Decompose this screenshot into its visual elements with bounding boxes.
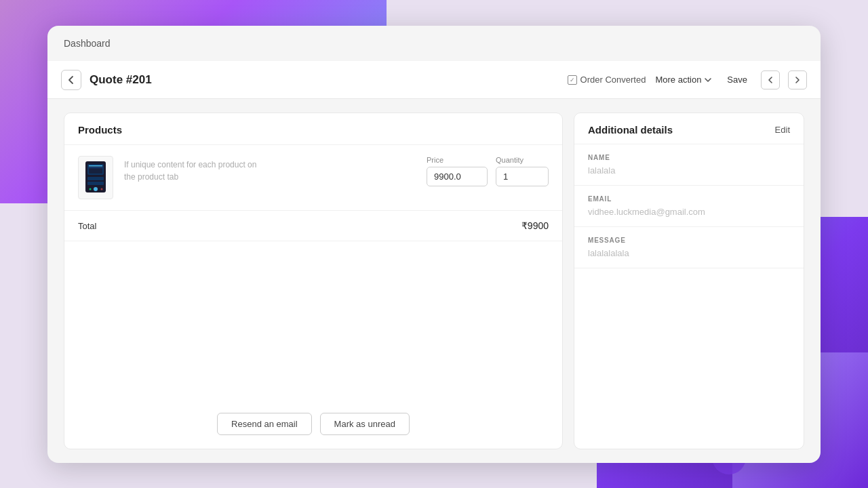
quote-title: Quote #201 [90,73,568,87]
product-image [78,156,113,199]
order-converted-status: Order Converted [568,75,646,85]
more-action-button[interactable]: More action [654,72,713,87]
products-panel-title: Products [78,124,122,136]
products-panel: Products [64,113,563,449]
next-button[interactable] [788,70,807,89]
svg-point-9 [101,188,103,190]
more-action-label: More action [655,75,701,85]
dashboard-title: Dashboard [64,38,111,49]
order-converted-icon [568,75,577,85]
main-card: Dashboard Quote #201 Order Converted Mor… [47,26,821,463]
content-area: Products [47,99,821,463]
name-value: lalalala [588,165,790,176]
svg-point-8 [90,188,92,190]
email-value: vidhee.luckmedia@gmail.com [588,207,790,217]
message-value: lalalalalala [588,248,790,258]
additional-details-panel: Additional details Edit NAME lalalala EM… [574,113,804,449]
svg-rect-2 [89,165,102,174]
svg-rect-5 [87,177,104,180]
price-field-group: Price [427,156,488,186]
total-value: ₹9900 [521,220,549,231]
price-input[interactable] [427,167,488,186]
additional-details-title: Additional details [588,124,673,136]
edit-button[interactable]: Edit [775,125,790,135]
additional-details-header: Additional details Edit [574,113,804,144]
svg-rect-3 [89,165,102,167]
quantity-label: Quantity [496,156,549,164]
quantity-field-group: Quantity [496,156,549,186]
quantity-input[interactable] [496,167,549,186]
name-section: NAME lalalala [574,144,804,186]
email-label: EMAIL [588,195,790,203]
save-button[interactable]: Save [722,72,753,87]
order-converted-label: Order Converted [580,75,646,85]
product-description: If unique content for each product on th… [124,159,416,183]
product-svg [82,160,109,195]
price-label: Price [427,156,488,164]
chevron-left-icon [766,76,774,84]
total-label: Total [78,221,96,231]
products-panel-header: Products [64,113,562,145]
product-price-qty: Price Quantity [427,156,549,186]
svg-rect-6 [87,182,104,185]
action-row: Resend an email Mark as unread [64,399,562,449]
svg-rect-4 [89,167,102,168]
header-actions: Order Converted More action Save [568,70,807,89]
total-row: Total ₹9900 [64,211,562,241]
header-bar: Quote #201 Order Converted More action S… [47,61,821,99]
email-section: EMAIL vidhee.luckmedia@gmail.com [574,186,804,227]
resend-email-button[interactable]: Resend an email [217,413,312,435]
message-section: MESSAGE lalalalalala [574,227,804,268]
svg-point-7 [94,187,98,191]
prev-button[interactable] [761,70,780,89]
chevron-right-icon [793,76,802,84]
message-label: MESSAGE [588,237,790,244]
mark-as-unread-button[interactable]: Mark as unread [320,413,410,435]
chevron-down-icon [704,76,712,84]
name-label: NAME [588,154,790,161]
product-row: If unique content for each product on th… [64,145,562,211]
back-button[interactable] [61,70,81,90]
